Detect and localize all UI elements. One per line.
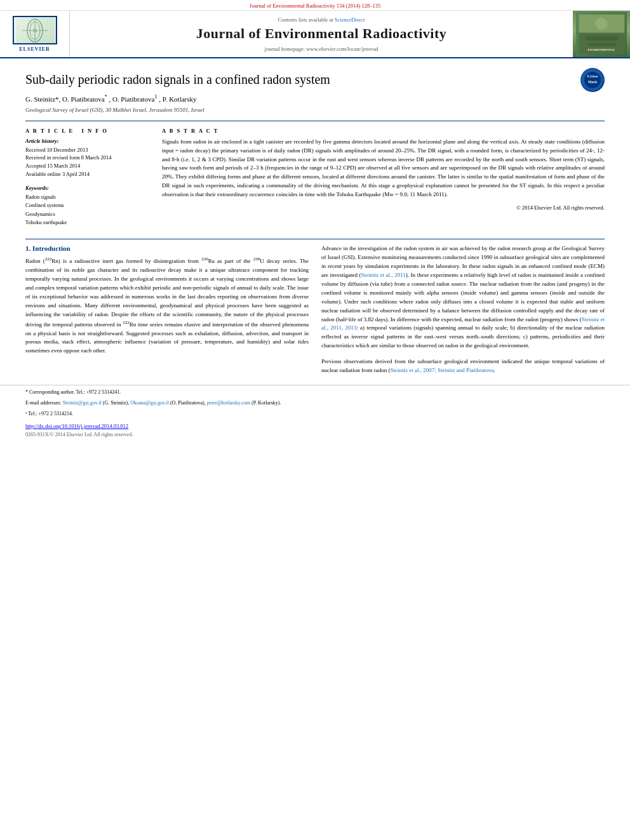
svg-text:ENVIRONMENTAL: ENVIRONMENTAL bbox=[587, 48, 615, 51]
intro-heading: 1. Introduction bbox=[25, 244, 309, 252]
intro-number: 1. bbox=[25, 244, 30, 252]
author2-sup: 1 bbox=[155, 94, 158, 100]
intro-title: Introduction bbox=[32, 244, 70, 252]
svg-point-1 bbox=[27, 19, 43, 42]
author1: G. Steinitz*, O. Piatibratova bbox=[25, 95, 105, 103]
received-date: Received 10 December 2013 bbox=[25, 146, 149, 154]
abstract-title: A B S T R A C T bbox=[162, 128, 605, 134]
affiliation: Geological Survey of Israel (GSI), 30 Ma… bbox=[25, 107, 605, 113]
sciencedirect-link[interactable]: ScienceDirect bbox=[335, 17, 365, 23]
svg-text:Mark: Mark bbox=[588, 80, 598, 84]
abstract-col: A B S T R A C T Signals from radon in ai… bbox=[162, 128, 605, 227]
top-bar: Journal of Environmental Radioactivity 1… bbox=[0, 0, 630, 11]
main-content: 1. Introduction Radon (222Rn) is a radio… bbox=[0, 239, 630, 375]
journal-thumb-inner: ENVIRONMENTAL bbox=[576, 12, 627, 57]
footnote1: * Corresponding author. Tel.: +972 2 531… bbox=[25, 389, 605, 396]
article-area: Cross Mark Sub-daily periodic radon sign… bbox=[0, 58, 630, 234]
article-title: Sub-daily periodic radon signals in a co… bbox=[25, 71, 605, 88]
journal-ref: Journal of Environmental Radioactivity 1… bbox=[250, 3, 380, 9]
intro-col2-text: Advance in the investigation of the rado… bbox=[321, 244, 605, 350]
author2: , O. Piatibratova bbox=[109, 95, 154, 103]
intro-col1-text: Radon (222Rn) is a radioactive inert gas… bbox=[25, 256, 309, 356]
keywords-block: Keywords: Radon signals Confined systems… bbox=[25, 185, 149, 227]
svg-text:Cross: Cross bbox=[587, 74, 598, 79]
article-history-block: Article history: Received 10 December 20… bbox=[25, 138, 149, 178]
ref-steinitz-2007: Steinitz et al., 2007; Steinitz and Piat… bbox=[390, 367, 495, 373]
footnote3: ¹ Tel.: +972 2 5314214. bbox=[25, 410, 605, 418]
abstract-copyright: © 2014 Elsevier Ltd. All rights reserved… bbox=[162, 204, 605, 211]
footnote2: E-mail addresses: Steinitz@gsi.gov.il (G… bbox=[25, 399, 605, 407]
journal-thumbnail: ENVIRONMENTAL bbox=[573, 11, 630, 57]
svg-point-2 bbox=[30, 22, 40, 39]
article-info-title: A R T I C L E I N F O bbox=[25, 128, 149, 134]
svg-point-5 bbox=[33, 29, 37, 32]
svg-rect-0 bbox=[16, 18, 54, 43]
elsevier-logo-block: ELSEVIER bbox=[0, 11, 70, 57]
crossmark-icon: Cross Mark bbox=[580, 68, 605, 92]
keywords-label: Keywords: bbox=[25, 185, 149, 191]
article-info-abstract: A R T I C L E I N F O Article history: R… bbox=[25, 128, 605, 227]
doi-link: http://dx.doi.org/10.1016/j.jenvrad.2014… bbox=[25, 423, 605, 429]
keyword-3: Geodynamics bbox=[25, 210, 149, 219]
author3: , P. Kotlarsky bbox=[159, 95, 196, 103]
journal-center: Contents lists available at ScienceDirec… bbox=[70, 11, 573, 57]
elsevier-label: ELSEVIER bbox=[19, 46, 50, 52]
intro-col2-text2: Previous observations derived from the s… bbox=[321, 357, 605, 375]
article-title-block: Cross Mark Sub-daily periodic radon sign… bbox=[25, 71, 605, 88]
journal-homepage: journal homepage: www.elsevier.com/locat… bbox=[265, 46, 379, 52]
keyword-1: Radon signals bbox=[25, 193, 149, 202]
crossmark: Cross Mark bbox=[580, 68, 605, 92]
accepted-date: Accepted 15 March 2014 bbox=[25, 162, 149, 170]
author1-sup: * bbox=[105, 94, 107, 100]
article-info-col: A R T I C L E I N F O Article history: R… bbox=[25, 128, 149, 227]
svg-rect-11 bbox=[588, 43, 615, 46]
footer-issn: 0265-931X/© 2014 Elsevier Ltd. All right… bbox=[25, 432, 605, 437]
svg-rect-10 bbox=[585, 36, 618, 41]
ref-steinitz-2011b: Steinitz et al., 2011, 2013 bbox=[321, 316, 605, 331]
keyword-4: Tohoku earthquake bbox=[25, 218, 149, 227]
keyword-2: Confined systems bbox=[25, 201, 149, 210]
ref-steinitz-2011: Steinitz et al., 2011 bbox=[361, 272, 406, 278]
footer-area: * Corresponding author. Tel.: +972 2 531… bbox=[0, 385, 630, 437]
authors-line: G. Steinitz*, O. Piatibratova* , O. Piat… bbox=[25, 94, 605, 103]
article-divider bbox=[25, 121, 605, 121]
section-divider bbox=[25, 239, 605, 239]
journal-title: Journal of Environmental Radioactivity bbox=[196, 25, 446, 42]
revised-date: Received in revised form 8 March 2014 bbox=[25, 154, 149, 162]
intro-col-right: Advance in the investigation of the rado… bbox=[321, 244, 605, 375]
intro-two-col: 1. Introduction Radon (222Rn) is a radio… bbox=[25, 244, 605, 375]
svg-point-9 bbox=[595, 17, 607, 29]
abstract-text: Signals from radon in air enclosed in a … bbox=[162, 138, 605, 200]
sciencedirect-text: Contents lists available at ScienceDirec… bbox=[278, 17, 365, 23]
article-history-label: Article history: bbox=[25, 138, 149, 144]
journal-header: ELSEVIER Contents lists available at Sci… bbox=[0, 11, 630, 58]
intro-col-left: 1. Introduction Radon (222Rn) is a radio… bbox=[25, 244, 309, 375]
doi-anchor[interactable]: http://dx.doi.org/10.1016/j.jenvrad.2014… bbox=[25, 423, 128, 429]
elsevier-logo-image bbox=[13, 16, 57, 44]
online-date: Available online 3 April 2014 bbox=[25, 170, 149, 178]
